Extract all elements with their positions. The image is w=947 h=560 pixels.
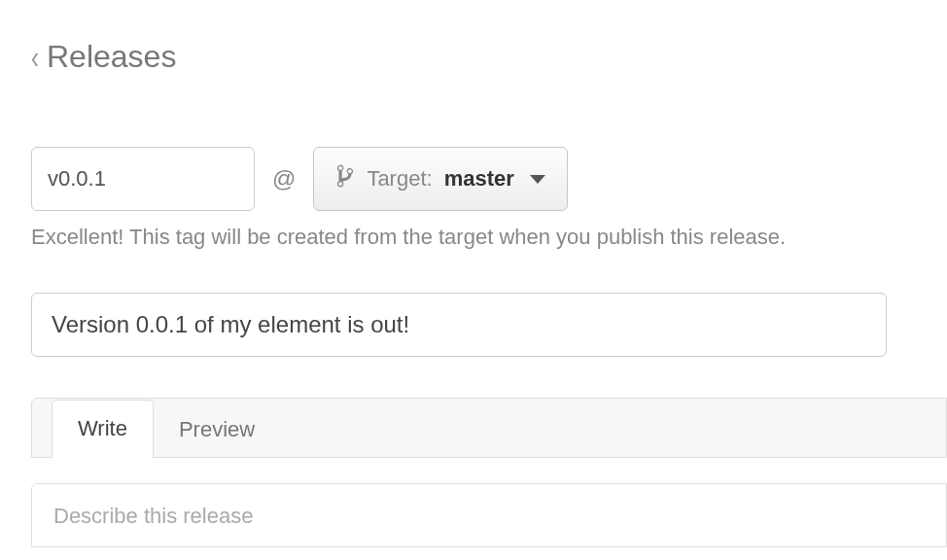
page-title: Releases [47, 39, 176, 75]
caret-down-icon [530, 175, 545, 184]
tag-version-input[interactable] [31, 147, 255, 211]
release-description-input[interactable] [31, 483, 947, 547]
tag-hint-text: Excellent! This tag will be created from… [31, 225, 916, 250]
target-branch-dropdown[interactable]: Target: master [313, 147, 567, 211]
chevron-left-icon: ‹ [31, 38, 39, 76]
editor-tab-bar: Write Preview [31, 398, 947, 458]
releases-back-link[interactable]: ‹ Releases [31, 39, 916, 75]
target-value: master [444, 166, 514, 192]
at-symbol: @ [272, 165, 296, 192]
release-title-input[interactable] [31, 293, 887, 357]
tab-write[interactable]: Write [52, 400, 154, 458]
target-label: Target: [367, 166, 432, 192]
tag-target-row: @ Target: master [31, 147, 916, 211]
tab-preview[interactable]: Preview [154, 402, 280, 458]
branch-icon [335, 163, 355, 194]
